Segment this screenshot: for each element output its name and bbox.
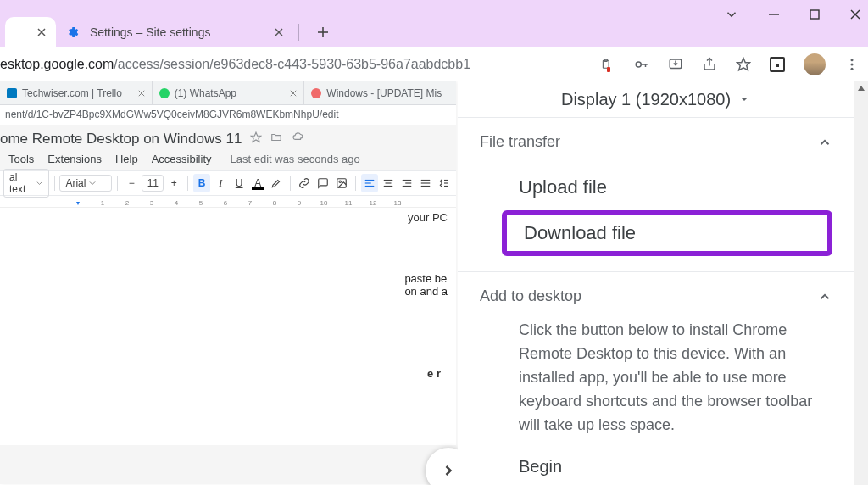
close-icon[interactable] [138, 87, 145, 99]
download-file-button[interactable]: Download file [524, 222, 636, 243]
line-spacing-button[interactable] [436, 174, 453, 192]
svg-point-20 [851, 59, 854, 61]
remote-tab-label: Techwiser.com | Trello [22, 87, 122, 99]
browser-tabs: Settings – Site settings [5, 15, 335, 47]
bold-button[interactable]: B [193, 174, 210, 192]
docs-menubar: Tools Extensions Help Accessibility Last… [0, 149, 456, 170]
docs-ruler[interactable]: ▾12345678910111213 [0, 196, 456, 208]
close-icon[interactable] [37, 25, 46, 40]
svg-rect-1 [810, 10, 819, 19]
increase-font-button[interactable]: + [165, 174, 182, 192]
display-select[interactable]: Display 1 (1920x1080) [561, 90, 731, 109]
align-justify-button[interactable] [417, 174, 434, 192]
comment-button[interactable] [314, 174, 331, 192]
tab-separator [298, 24, 299, 41]
menu-extensions[interactable]: Extensions [47, 153, 102, 165]
window-chevron-icon[interactable] [724, 7, 739, 25]
menu-accessibility[interactable]: Accessibility [152, 153, 212, 165]
align-center-button[interactable] [380, 174, 397, 192]
gear-icon [66, 25, 80, 39]
doc-text-fragment: e r [427, 367, 441, 380]
whatsapp-icon [159, 88, 170, 98]
chevron-up-icon[interactable] [817, 135, 832, 150]
decrease-font-button[interactable]: − [123, 174, 140, 192]
add-to-desktop-section: Add to desktop Click the button below to… [458, 271, 854, 485]
file-transfer-section: File transfer Upload file Download file [458, 117, 854, 271]
svg-marker-19 [737, 58, 750, 70]
menu-help[interactable]: Help [115, 153, 138, 165]
section-title[interactable]: Add to desktop [480, 287, 581, 305]
asana-icon [311, 88, 321, 98]
extensions-icon[interactable] [770, 57, 785, 72]
star-icon[interactable] [250, 131, 262, 148]
dropdown-icon[interactable] [737, 92, 751, 106]
titlebar: Settings – Site settings [0, 0, 868, 47]
add-to-desktop-description: Click the button below to install Chrome… [480, 319, 832, 437]
install-icon[interactable] [668, 57, 683, 72]
upload-file-button[interactable]: Upload file [519, 168, 832, 207]
folder-icon[interactable] [270, 131, 282, 148]
address-bar: esktop.google.com/access/session/e963dec… [0, 47, 868, 81]
remote-screen[interactable]: Techwiser.com | Trello (1) WhatsApp Wind… [0, 81, 456, 484]
document-body[interactable]: your PC paste be on and a e r [0, 208, 456, 445]
scroll-up-icon[interactable] [854, 81, 868, 95]
maximize-button[interactable] [809, 8, 821, 24]
align-right-button[interactable] [398, 174, 415, 192]
svg-point-13 [636, 62, 641, 67]
align-left-button[interactable] [361, 174, 378, 192]
chevron-up-icon[interactable] [817, 289, 832, 304]
remote-browser-tabs: Techwiser.com | Trello (1) WhatsApp Wind… [0, 81, 456, 105]
remote-tab-windows[interactable]: Windows - [UPDATE] Mis [304, 81, 456, 104]
svg-marker-45 [742, 98, 748, 101]
remote-url-bar[interactable]: nent/d/1C-bvZP4Bpc9XMdGWw5VQ0ceivM8GJVR6… [0, 105, 456, 125]
close-button[interactable] [849, 8, 861, 24]
key-icon[interactable] [634, 57, 649, 72]
link-button[interactable] [296, 174, 313, 192]
remote-tab-label: Windows - [UPDATE] Mis [326, 87, 442, 99]
tab-title: Settings – Site settings [90, 25, 210, 39]
remote-tab-whatsapp[interactable]: (1) WhatsApp [153, 81, 305, 104]
underline-button[interactable]: U [231, 174, 248, 192]
url-path: /access/session/e963dec8-c443-5930-63b5-… [114, 57, 470, 71]
doc-text-fragment: paste be on and a [404, 272, 448, 298]
last-edit-link[interactable]: Last edit was seconds ago [231, 153, 360, 165]
url-host: esktop.google.com [0, 57, 114, 71]
remote-tab-trello[interactable]: Techwiser.com | Trello [0, 81, 153, 104]
highlight-button[interactable] [268, 174, 285, 192]
remote-desktop-panel: Display 1 (1920x1080) File transfer Uplo… [458, 81, 854, 485]
doc-title-row: ome Remote Desktop on Windows 11 [0, 125, 456, 149]
svg-point-21 [851, 63, 854, 65]
profile-avatar[interactable] [804, 53, 826, 75]
close-icon[interactable] [290, 87, 297, 99]
close-icon[interactable] [275, 25, 283, 40]
kebab-menu-icon[interactable] [844, 57, 860, 72]
tab-remote-desktop[interactable] [5, 17, 56, 47]
svg-marker-27 [252, 132, 262, 142]
begin-button[interactable]: Begin [480, 457, 832, 477]
download-highlight: Download file [502, 210, 832, 256]
clipboard-blocked-icon[interactable] [600, 57, 615, 72]
font-select[interactable]: Arial [59, 175, 112, 192]
doc-title[interactable]: ome Remote Desktop on Windows 11 [0, 131, 242, 148]
cloud-icon[interactable] [291, 131, 304, 148]
menu-tools[interactable]: Tools [8, 153, 34, 165]
vertical-scrollbar[interactable] [854, 81, 868, 485]
tab-settings[interactable]: Settings – Site settings [56, 17, 293, 47]
section-title[interactable]: File transfer [480, 133, 560, 151]
svg-point-22 [851, 67, 854, 70]
trello-icon [7, 88, 17, 98]
font-size-input[interactable]: 11 [142, 175, 164, 192]
url-text[interactable]: esktop.google.com/access/session/e963dec… [0, 57, 588, 72]
doc-text-fragment: your PC [98, 211, 456, 224]
text-color-button[interactable]: A [249, 174, 266, 192]
share-icon[interactable] [702, 57, 717, 72]
minimize-button[interactable] [768, 8, 780, 24]
docs-toolbar: al text Arial − 11 + B I U A [0, 170, 456, 196]
svg-point-29 [339, 181, 341, 182]
star-icon[interactable] [736, 57, 751, 72]
image-button[interactable] [333, 174, 350, 192]
style-select[interactable]: al text [3, 169, 49, 198]
new-tab-button[interactable] [311, 20, 335, 44]
italic-button[interactable]: I [212, 174, 229, 192]
page-content: Techwiser.com | Trello (1) WhatsApp Wind… [0, 81, 868, 485]
